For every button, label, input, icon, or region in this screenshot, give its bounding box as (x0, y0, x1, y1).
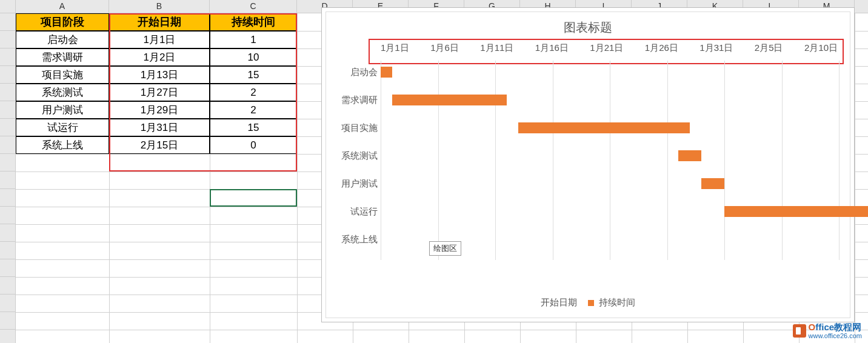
gantt-bar[interactable] (381, 67, 392, 78)
cell-duration[interactable]: 2 (210, 101, 297, 119)
x-tick-label: 1月16日 (535, 42, 569, 61)
row-header[interactable] (0, 189, 16, 207)
gantt-category-label: 系统上线 (326, 234, 378, 245)
x-tick-label: 1月21日 (590, 42, 623, 61)
row-header[interactable] (0, 295, 16, 312)
gantt-bar[interactable] (701, 178, 724, 189)
chart-x-axis-ticks: 1月1日1月6日1月11日1月16日1月21日1月26日1月31日2月5日2月1… (381, 42, 838, 61)
gantt-bar[interactable] (678, 150, 701, 161)
chart-plot-area[interactable]: 启动会 需求调研 项目实施 系统测试 用户测试 试运行 系统上线 (381, 61, 838, 260)
table-header-phase[interactable]: 项目阶段 (16, 13, 109, 31)
gantt-bar[interactable] (392, 95, 507, 105)
col-header-C[interactable]: C (210, 0, 297, 13)
cell-phase[interactable]: 系统上线 (16, 136, 109, 154)
cell-duration[interactable]: 15 (210, 66, 297, 84)
chart-gridline (839, 61, 840, 260)
cell-start[interactable]: 1月31日 (109, 119, 210, 136)
cell-start[interactable]: 1月2日 (109, 48, 210, 66)
gantt-bar[interactable] (518, 122, 690, 133)
row-header[interactable] (0, 154, 16, 172)
legend-series-duration: 持续时间 (599, 297, 635, 307)
cell-phase[interactable]: 需求调研 (16, 48, 109, 66)
chart-title[interactable]: 图表标题 (326, 19, 850, 36)
cell-duration[interactable]: 2 (210, 84, 297, 101)
cell-start[interactable]: 1月27日 (109, 84, 210, 101)
gantt-category-label: 项目实施 (326, 122, 378, 133)
row-header[interactable] (0, 172, 16, 189)
legend-swatch-icon (588, 300, 594, 306)
gantt-chart[interactable]: 图表标题 1月1日1月6日1月11日1月16日1月21日1月26日1月31日2月… (321, 7, 855, 322)
x-tick-label: 1月6日 (430, 42, 459, 61)
cell-phase[interactable]: 用户测试 (16, 101, 109, 119)
row-header[interactable] (0, 277, 16, 295)
select-all-corner[interactable] (0, 0, 16, 13)
row-header-column (0, 13, 16, 343)
row-header[interactable] (0, 13, 16, 31)
row-header[interactable] (0, 136, 16, 154)
cell-start[interactable]: 2月15日 (109, 136, 210, 154)
plot-area-tooltip: 绘图区 (429, 241, 461, 256)
cell-phase[interactable]: 试运行 (16, 119, 109, 136)
row-header[interactable] (0, 330, 16, 343)
row-header[interactable] (0, 312, 16, 330)
x-tick-label: 1月31日 (699, 42, 733, 61)
cell-duration[interactable]: 10 (210, 48, 297, 66)
table-header-duration[interactable]: 持续时间 (210, 13, 297, 31)
row-header[interactable] (0, 224, 16, 242)
cell-duration[interactable]: 15 (210, 119, 297, 136)
row-header[interactable] (0, 119, 16, 136)
cell-phase[interactable]: 系统测试 (16, 84, 109, 101)
gantt-bar[interactable] (724, 206, 868, 217)
table-header-start[interactable]: 开始日期 (109, 13, 210, 31)
cell-start[interactable]: 1月29日 (109, 101, 210, 119)
x-tick-label: 1月11日 (480, 42, 513, 61)
watermark: Office教程网 www.office26.com (793, 322, 862, 339)
row-header[interactable] (0, 84, 16, 101)
row-header[interactable] (0, 242, 16, 259)
gantt-category-label: 启动会 (326, 67, 378, 78)
row-header[interactable] (0, 101, 16, 119)
row-header[interactable] (0, 48, 16, 66)
x-tick-label: 2月5日 (755, 42, 783, 61)
x-tick-label: 2月10日 (804, 42, 838, 61)
gantt-category-label: 需求调研 (326, 95, 378, 105)
cell-duration[interactable]: 0 (210, 136, 297, 154)
col-header-A[interactable]: A (16, 0, 109, 13)
office-logo-icon (793, 324, 806, 338)
col-header-B[interactable]: B (109, 0, 210, 13)
row-header[interactable] (0, 66, 16, 84)
cell-start[interactable]: 1月13日 (109, 66, 210, 84)
cell-phase[interactable]: 项目实施 (16, 66, 109, 84)
row-header[interactable] (0, 259, 16, 277)
row-header[interactable] (0, 31, 16, 48)
gantt-category-label: 用户测试 (326, 178, 378, 189)
cell-phase[interactable]: 启动会 (16, 31, 109, 48)
gantt-category-label: 系统测试 (326, 150, 378, 161)
cell-start[interactable]: 1月1日 (109, 31, 210, 48)
gantt-category-label: 试运行 (326, 206, 378, 217)
chart-legend[interactable]: 开始日期 持续时间 (326, 297, 850, 308)
x-tick-label: 1月26日 (645, 42, 678, 61)
row-header[interactable] (0, 207, 16, 224)
x-tick-label: 1月1日 (381, 42, 409, 61)
legend-series-start: 开始日期 (541, 297, 577, 307)
cell-duration[interactable]: 1 (210, 31, 297, 48)
